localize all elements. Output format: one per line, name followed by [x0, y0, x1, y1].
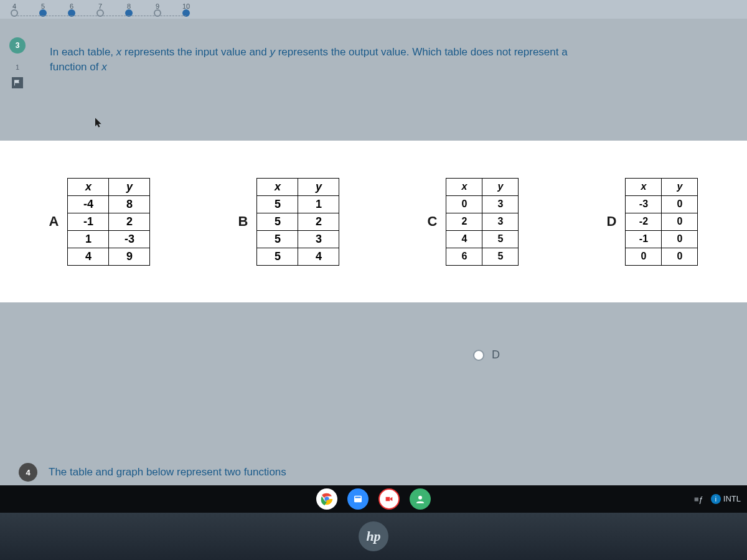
hp-logo: hp — [359, 521, 388, 551]
table-row: 00 — [626, 248, 698, 265]
table-row: 23 — [446, 213, 519, 230]
progress-step-5[interactable]: 5 — [29, 2, 57, 17]
taskbar-tray[interactable]: ≡ƒ iINTL — [694, 485, 741, 513]
table-row: -30 — [626, 195, 698, 213]
col-x: x — [626, 178, 662, 195]
option-a[interactable]: A xy -48 -12 1-3 49 — [49, 178, 151, 266]
video-icon[interactable] — [378, 488, 400, 510]
taskbar: ≡ƒ iINTL — [0, 485, 747, 513]
table-row: -10 — [626, 230, 698, 248]
taskbar-center — [316, 488, 431, 510]
table-row: 03 — [446, 195, 519, 213]
question-fragment: represents the output value. Which table… — [275, 46, 568, 58]
answer-choice-d[interactable]: D — [473, 348, 500, 362]
option-label-a: A — [49, 213, 59, 230]
flag-icon[interactable] — [12, 77, 23, 88]
next-question-text: The table and graph below represent two … — [49, 466, 286, 478]
option-label-c: C — [428, 213, 438, 230]
question-fragment: function of — [50, 61, 101, 73]
progress-step-9[interactable]: 9 — [143, 2, 172, 17]
table-row: 53 — [257, 230, 339, 248]
progress-step-8[interactable]: 8 — [115, 2, 143, 17]
progress-step-7[interactable]: 7 — [86, 2, 115, 17]
progress-step-4[interactable]: 4 — [0, 2, 29, 17]
chrome-icon[interactable] — [316, 488, 337, 510]
progress-num: 9 — [156, 2, 159, 10]
table-row: 51 — [257, 195, 339, 213]
radio-icon[interactable] — [473, 350, 484, 361]
progress-strip: 4 5 6 7 8 9 10 — [0, 0, 747, 19]
progress-num: 5 — [41, 2, 45, 10]
progress-num: 7 — [98, 2, 102, 10]
table-c: xy 03 23 45 65 — [446, 178, 519, 266]
col-y: y — [482, 178, 519, 195]
page-area: 3 1 In each table, x represents the inpu… — [0, 19, 747, 485]
col-x: x — [257, 178, 298, 195]
progress-num: 10 — [182, 2, 190, 10]
table-row: -20 — [626, 213, 698, 230]
progress-step-6[interactable]: 6 — [57, 2, 86, 17]
progress-num: 6 — [70, 2, 73, 10]
progress-num: 8 — [127, 2, 131, 10]
table-row: -12 — [68, 213, 150, 230]
question-rail: 3 1 — [5, 37, 30, 88]
table-row: 52 — [257, 213, 339, 230]
intl-label: INTL — [723, 494, 741, 503]
question-text: In each table, x represents the input va… — [50, 45, 732, 75]
cursor-icon — [93, 117, 105, 131]
table-row: 45 — [446, 230, 519, 248]
app-icon[interactable] — [347, 488, 369, 510]
next-question-badge[interactable]: 4 — [19, 463, 37, 482]
table-row: 65 — [446, 248, 519, 265]
answer-label: D — [492, 348, 500, 362]
col-y: y — [298, 178, 339, 195]
option-c[interactable]: C xy 03 23 45 65 — [428, 178, 519, 266]
table-row: 1-3 — [68, 230, 150, 248]
question-sub-index: 1 — [16, 63, 19, 71]
progress-num: 4 — [12, 2, 16, 10]
table-a: xy -48 -12 1-3 49 — [67, 178, 150, 266]
question-variable-x: x — [101, 61, 107, 73]
question-variable-y: y — [270, 46, 275, 58]
question-number-badge[interactable]: 3 — [9, 37, 26, 54]
table-d: xy -30 -20 -10 00 — [625, 178, 698, 266]
option-b[interactable]: B xy 51 52 53 54 — [238, 178, 340, 266]
intl-badge-icon: i — [711, 494, 721, 504]
svg-point-4 — [418, 496, 422, 500]
table-row: 54 — [257, 248, 339, 265]
option-label-d: D — [607, 213, 617, 230]
option-d[interactable]: D xy -30 -20 -10 00 — [607, 178, 698, 266]
next-question-header: 4 The table and graph below represent tw… — [19, 463, 735, 482]
table-row: 49 — [68, 248, 150, 265]
laptop-bezel: hp — [0, 513, 747, 560]
user-icon[interactable] — [410, 488, 431, 510]
svg-rect-3 — [355, 497, 361, 498]
col-x: x — [68, 178, 109, 195]
col-x: x — [446, 178, 482, 195]
question-fragment: In each table, — [50, 46, 116, 58]
table-row: -48 — [68, 195, 150, 213]
progress-dot — [182, 9, 190, 17]
tray-text: ≡ƒ — [694, 495, 703, 504]
table-b: xy 51 52 53 54 — [256, 178, 339, 266]
option-label-b: B — [238, 213, 248, 230]
progress-step-10[interactable]: 10 — [172, 2, 200, 17]
col-y: y — [109, 178, 150, 195]
col-y: y — [662, 178, 698, 195]
tables-strip: A xy -48 -12 1-3 49 B xy 51 52 53 54 C — [0, 141, 747, 302]
question-fragment: represents the input value and — [121, 46, 270, 58]
